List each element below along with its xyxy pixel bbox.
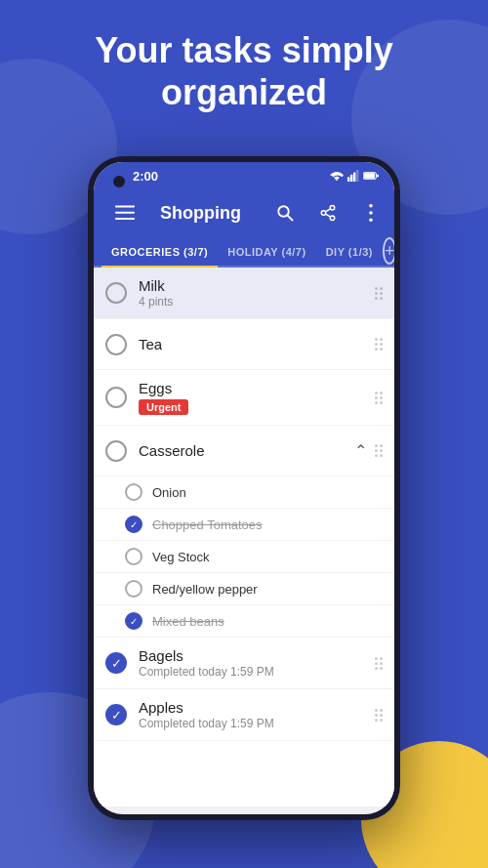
phone-screen: 2:00 <box>94 162 394 814</box>
drag-handle-milk <box>367 283 386 304</box>
app-bar: Shopping <box>94 189 394 236</box>
svg-point-17 <box>369 204 373 208</box>
svg-point-18 <box>369 211 373 215</box>
menu-button[interactable] <box>109 197 141 228</box>
task-content-bagels: Bagels Completed today 1:59 PM <box>139 647 367 679</box>
add-tab-button[interactable]: + <box>383 237 394 265</box>
subtask-name-tomatoes: Chopped Tomatoes <box>152 517 263 532</box>
svg-point-19 <box>369 218 373 222</box>
battery-icon <box>363 171 379 181</box>
subtask-check-vegstock[interactable] <box>125 548 142 565</box>
status-bar: 2:00 <box>94 162 394 189</box>
search-icon <box>276 204 294 222</box>
subtask-check-beans[interactable] <box>125 612 142 630</box>
task-content-casserole: Casserole <box>139 442 354 459</box>
task-item-casserole[interactable]: Casserole ⌃ <box>94 426 394 476</box>
task-item-apples[interactable]: Apples Completed today 1:59 PM <box>94 689 394 741</box>
drag-handle-apples <box>367 705 386 725</box>
task-checkbox-bagels[interactable] <box>105 652 127 674</box>
tab-groceries[interactable]: GROCERIES (3/7) <box>102 236 218 266</box>
subtask-name-pepper: Red/yellow pepper <box>152 582 258 597</box>
subtask-onion[interactable]: Onion <box>94 476 394 509</box>
phone-mockup: 2:00 <box>88 156 400 859</box>
task-checkbox-apples[interactable] <box>105 704 127 725</box>
svg-point-13 <box>321 211 326 216</box>
share-button[interactable] <box>312 197 344 228</box>
subtask-pepper[interactable]: Red/yellow pepper <box>94 573 394 605</box>
task-item-bagels[interactable]: Bagels Completed today 1:59 PM <box>94 638 394 689</box>
task-list: Milk 4 pints Tea <box>94 268 394 806</box>
drag-handle-eggs <box>367 388 386 408</box>
task-content-tea: Tea <box>139 336 367 352</box>
subtask-check-onion[interactable] <box>125 483 142 501</box>
svg-point-12 <box>330 206 335 211</box>
task-sub-milk: 4 pints <box>139 295 367 309</box>
subtask-tomatoes[interactable]: Chopped Tomatoes <box>94 509 394 541</box>
task-name-eggs: Eggs <box>139 380 367 396</box>
share-icon <box>319 204 337 222</box>
svg-line-16 <box>325 214 330 217</box>
drag-handle-casserole <box>367 440 386 461</box>
status-icons <box>330 170 379 182</box>
task-checkbox-milk[interactable] <box>105 282 127 304</box>
drag-handle-tea <box>367 334 386 354</box>
hero-section: Your tasks simply organized <box>0 29 488 113</box>
task-content-eggs: Eggs Urgent <box>139 380 367 415</box>
tabs-bar: GROCERIES (3/7) HOLIDAY (4/7) DIY (1/3) … <box>94 236 394 268</box>
task-content-apples: Apples Completed today 1:59 PM <box>139 699 367 730</box>
tab-holiday[interactable]: HOLIDAY (4/7) <box>218 236 315 266</box>
task-name-milk: Milk <box>139 277 367 294</box>
svg-rect-2 <box>353 172 355 182</box>
status-time: 2:00 <box>133 169 158 184</box>
task-name-apples: Apples <box>139 699 367 716</box>
app-title: Shopping <box>160 203 258 224</box>
more-icon <box>369 204 373 222</box>
signal-icon <box>347 170 359 182</box>
tab-diy[interactable]: DIY (1/3) <box>316 236 383 266</box>
subtask-name-vegstock: Veg Stock <box>152 550 210 564</box>
svg-rect-5 <box>364 173 375 178</box>
task-tag-eggs: Urgent <box>139 399 188 415</box>
hero-title: Your tasks simply organized <box>0 29 488 113</box>
task-checkbox-eggs[interactable] <box>105 387 127 408</box>
svg-line-11 <box>288 216 293 221</box>
task-item-tea[interactable]: Tea <box>94 319 394 370</box>
subtask-name-beans: Mixed beans <box>152 614 224 629</box>
subtask-beans[interactable]: Mixed beans <box>94 605 394 638</box>
svg-line-15 <box>325 209 330 212</box>
svg-rect-7 <box>115 206 135 208</box>
task-name-tea: Tea <box>139 336 367 352</box>
task-item-eggs[interactable]: Eggs Urgent <box>94 370 394 426</box>
camera-notch <box>113 176 125 187</box>
more-button[interactable] <box>355 197 386 228</box>
phone-outer-shell: 2:00 <box>88 156 400 820</box>
svg-rect-1 <box>350 175 352 182</box>
svg-rect-6 <box>377 175 379 178</box>
subtask-name-onion: Onion <box>152 485 186 500</box>
task-name-casserole: Casserole <box>139 442 354 459</box>
collapse-subtasks-button[interactable]: ⌃ <box>354 441 367 460</box>
task-name-bagels: Bagels <box>139 647 367 664</box>
subtask-check-tomatoes[interactable] <box>125 516 142 533</box>
subtask-container: Onion Chopped Tomatoes Veg Stock Red/yel… <box>94 476 394 638</box>
subtask-vegstock[interactable]: Veg Stock <box>94 541 394 573</box>
subtask-check-pepper[interactable] <box>125 580 142 598</box>
svg-rect-3 <box>356 170 358 182</box>
wifi-icon <box>330 170 344 182</box>
task-checkbox-casserole[interactable] <box>105 440 127 462</box>
task-checkbox-tea[interactable] <box>105 334 127 355</box>
menu-icon <box>115 205 135 221</box>
task-content-milk: Milk 4 pints <box>139 277 367 309</box>
drag-handle-bagels <box>367 653 386 674</box>
svg-rect-9 <box>115 218 135 220</box>
task-sub-bagels: Completed today 1:59 PM <box>139 665 367 679</box>
svg-rect-0 <box>347 177 349 182</box>
svg-rect-8 <box>115 212 135 214</box>
svg-point-14 <box>330 216 335 221</box>
search-button[interactable] <box>269 197 301 228</box>
task-item-milk[interactable]: Milk 4 pints <box>94 268 394 319</box>
task-sub-apples: Completed today 1:59 PM <box>139 717 367 730</box>
